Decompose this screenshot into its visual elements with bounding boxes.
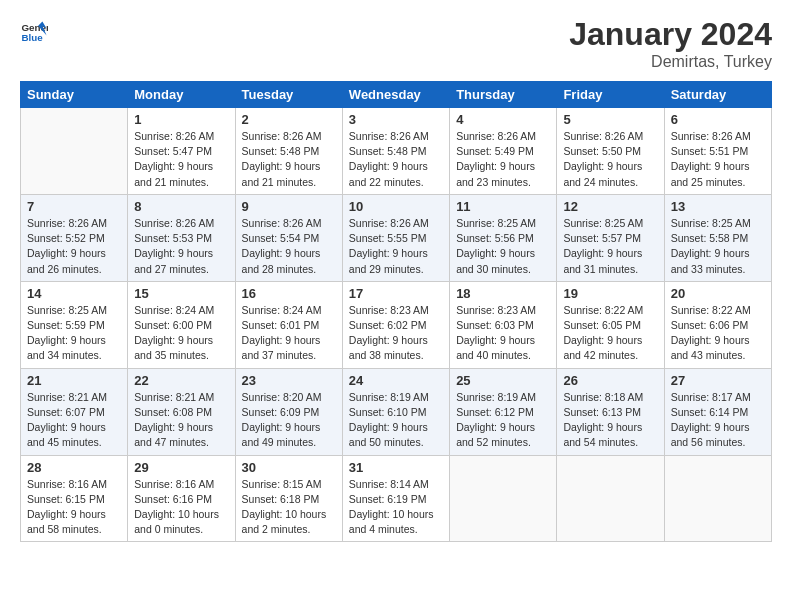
calendar-header-thursday: Thursday — [450, 82, 557, 108]
calendar-cell: 27Sunrise: 8:17 AMSunset: 6:14 PMDayligh… — [664, 368, 771, 455]
calendar-cell: 11Sunrise: 8:25 AMSunset: 5:56 PMDayligh… — [450, 194, 557, 281]
calendar-week-row: 28Sunrise: 8:16 AMSunset: 6:15 PMDayligh… — [21, 455, 772, 542]
cell-day-number: 7 — [27, 199, 121, 214]
calendar-cell: 12Sunrise: 8:25 AMSunset: 5:57 PMDayligh… — [557, 194, 664, 281]
calendar-cell: 23Sunrise: 8:20 AMSunset: 6:09 PMDayligh… — [235, 368, 342, 455]
cell-info: Sunrise: 8:26 AMSunset: 5:52 PMDaylight:… — [27, 216, 121, 277]
logo: General Blue — [20, 16, 48, 44]
title-block: January 2024 Demirtas, Turkey — [569, 16, 772, 71]
cell-info: Sunrise: 8:26 AMSunset: 5:54 PMDaylight:… — [242, 216, 336, 277]
cell-info: Sunrise: 8:16 AMSunset: 6:16 PMDaylight:… — [134, 477, 228, 538]
month-title: January 2024 — [569, 16, 772, 53]
cell-info: Sunrise: 8:18 AMSunset: 6:13 PMDaylight:… — [563, 390, 657, 451]
cell-info: Sunrise: 8:26 AMSunset: 5:47 PMDaylight:… — [134, 129, 228, 190]
cell-day-number: 4 — [456, 112, 550, 127]
cell-day-number: 2 — [242, 112, 336, 127]
cell-info: Sunrise: 8:20 AMSunset: 6:09 PMDaylight:… — [242, 390, 336, 451]
calendar-header-sunday: Sunday — [21, 82, 128, 108]
logo-icon: General Blue — [20, 16, 48, 44]
cell-day-number: 11 — [456, 199, 550, 214]
cell-info: Sunrise: 8:19 AMSunset: 6:12 PMDaylight:… — [456, 390, 550, 451]
calendar-cell: 15Sunrise: 8:24 AMSunset: 6:00 PMDayligh… — [128, 281, 235, 368]
calendar-cell: 13Sunrise: 8:25 AMSunset: 5:58 PMDayligh… — [664, 194, 771, 281]
cell-info: Sunrise: 8:15 AMSunset: 6:18 PMDaylight:… — [242, 477, 336, 538]
calendar-cell: 4Sunrise: 8:26 AMSunset: 5:49 PMDaylight… — [450, 108, 557, 195]
calendar-cell: 6Sunrise: 8:26 AMSunset: 5:51 PMDaylight… — [664, 108, 771, 195]
calendar-cell — [557, 455, 664, 542]
cell-info: Sunrise: 8:25 AMSunset: 5:56 PMDaylight:… — [456, 216, 550, 277]
cell-info: Sunrise: 8:26 AMSunset: 5:51 PMDaylight:… — [671, 129, 765, 190]
cell-info: Sunrise: 8:17 AMSunset: 6:14 PMDaylight:… — [671, 390, 765, 451]
cell-day-number: 25 — [456, 373, 550, 388]
cell-info: Sunrise: 8:26 AMSunset: 5:49 PMDaylight:… — [456, 129, 550, 190]
cell-info: Sunrise: 8:24 AMSunset: 6:01 PMDaylight:… — [242, 303, 336, 364]
cell-info: Sunrise: 8:26 AMSunset: 5:50 PMDaylight:… — [563, 129, 657, 190]
calendar-cell: 25Sunrise: 8:19 AMSunset: 6:12 PMDayligh… — [450, 368, 557, 455]
header: General Blue January 2024 Demirtas, Turk… — [20, 16, 772, 71]
cell-info: Sunrise: 8:23 AMSunset: 6:03 PMDaylight:… — [456, 303, 550, 364]
calendar-cell: 28Sunrise: 8:16 AMSunset: 6:15 PMDayligh… — [21, 455, 128, 542]
cell-day-number: 18 — [456, 286, 550, 301]
cell-day-number: 27 — [671, 373, 765, 388]
cell-day-number: 19 — [563, 286, 657, 301]
calendar-cell: 22Sunrise: 8:21 AMSunset: 6:08 PMDayligh… — [128, 368, 235, 455]
cell-info: Sunrise: 8:26 AMSunset: 5:48 PMDaylight:… — [242, 129, 336, 190]
cell-day-number: 28 — [27, 460, 121, 475]
cell-day-number: 24 — [349, 373, 443, 388]
calendar-cell: 10Sunrise: 8:26 AMSunset: 5:55 PMDayligh… — [342, 194, 449, 281]
cell-info: Sunrise: 8:21 AMSunset: 6:08 PMDaylight:… — [134, 390, 228, 451]
calendar-header-wednesday: Wednesday — [342, 82, 449, 108]
cell-day-number: 31 — [349, 460, 443, 475]
page: General Blue January 2024 Demirtas, Turk… — [0, 0, 792, 612]
cell-day-number: 15 — [134, 286, 228, 301]
cell-info: Sunrise: 8:19 AMSunset: 6:10 PMDaylight:… — [349, 390, 443, 451]
calendar-cell: 26Sunrise: 8:18 AMSunset: 6:13 PMDayligh… — [557, 368, 664, 455]
calendar-cell: 9Sunrise: 8:26 AMSunset: 5:54 PMDaylight… — [235, 194, 342, 281]
cell-day-number: 5 — [563, 112, 657, 127]
calendar-cell: 18Sunrise: 8:23 AMSunset: 6:03 PMDayligh… — [450, 281, 557, 368]
cell-day-number: 29 — [134, 460, 228, 475]
calendar-cell: 1Sunrise: 8:26 AMSunset: 5:47 PMDaylight… — [128, 108, 235, 195]
cell-info: Sunrise: 8:22 AMSunset: 6:06 PMDaylight:… — [671, 303, 765, 364]
cell-day-number: 26 — [563, 373, 657, 388]
calendar-cell: 20Sunrise: 8:22 AMSunset: 6:06 PMDayligh… — [664, 281, 771, 368]
cell-info: Sunrise: 8:23 AMSunset: 6:02 PMDaylight:… — [349, 303, 443, 364]
cell-day-number: 12 — [563, 199, 657, 214]
calendar-header-saturday: Saturday — [664, 82, 771, 108]
calendar-cell: 29Sunrise: 8:16 AMSunset: 6:16 PMDayligh… — [128, 455, 235, 542]
cell-info: Sunrise: 8:25 AMSunset: 5:59 PMDaylight:… — [27, 303, 121, 364]
cell-info: Sunrise: 8:21 AMSunset: 6:07 PMDaylight:… — [27, 390, 121, 451]
cell-day-number: 16 — [242, 286, 336, 301]
cell-info: Sunrise: 8:26 AMSunset: 5:48 PMDaylight:… — [349, 129, 443, 190]
location-title: Demirtas, Turkey — [569, 53, 772, 71]
calendar-cell: 24Sunrise: 8:19 AMSunset: 6:10 PMDayligh… — [342, 368, 449, 455]
cell-info: Sunrise: 8:16 AMSunset: 6:15 PMDaylight:… — [27, 477, 121, 538]
calendar-cell: 19Sunrise: 8:22 AMSunset: 6:05 PMDayligh… — [557, 281, 664, 368]
calendar-week-row: 1Sunrise: 8:26 AMSunset: 5:47 PMDaylight… — [21, 108, 772, 195]
calendar-cell: 30Sunrise: 8:15 AMSunset: 6:18 PMDayligh… — [235, 455, 342, 542]
cell-info: Sunrise: 8:26 AMSunset: 5:55 PMDaylight:… — [349, 216, 443, 277]
calendar-cell: 8Sunrise: 8:26 AMSunset: 5:53 PMDaylight… — [128, 194, 235, 281]
cell-day-number: 17 — [349, 286, 443, 301]
calendar-cell: 31Sunrise: 8:14 AMSunset: 6:19 PMDayligh… — [342, 455, 449, 542]
cell-day-number: 21 — [27, 373, 121, 388]
cell-info: Sunrise: 8:22 AMSunset: 6:05 PMDaylight:… — [563, 303, 657, 364]
cell-day-number: 8 — [134, 199, 228, 214]
calendar-cell — [21, 108, 128, 195]
cell-day-number: 22 — [134, 373, 228, 388]
cell-day-number: 3 — [349, 112, 443, 127]
cell-info: Sunrise: 8:25 AMSunset: 5:57 PMDaylight:… — [563, 216, 657, 277]
svg-text:Blue: Blue — [21, 32, 43, 43]
cell-info: Sunrise: 8:26 AMSunset: 5:53 PMDaylight:… — [134, 216, 228, 277]
calendar-header-tuesday: Tuesday — [235, 82, 342, 108]
calendar-cell: 7Sunrise: 8:26 AMSunset: 5:52 PMDaylight… — [21, 194, 128, 281]
calendar-week-row: 7Sunrise: 8:26 AMSunset: 5:52 PMDaylight… — [21, 194, 772, 281]
cell-day-number: 23 — [242, 373, 336, 388]
cell-day-number: 14 — [27, 286, 121, 301]
calendar-cell: 16Sunrise: 8:24 AMSunset: 6:01 PMDayligh… — [235, 281, 342, 368]
cell-day-number: 13 — [671, 199, 765, 214]
cell-info: Sunrise: 8:24 AMSunset: 6:00 PMDaylight:… — [134, 303, 228, 364]
calendar-cell — [450, 455, 557, 542]
calendar-cell — [664, 455, 771, 542]
calendar-cell: 2Sunrise: 8:26 AMSunset: 5:48 PMDaylight… — [235, 108, 342, 195]
